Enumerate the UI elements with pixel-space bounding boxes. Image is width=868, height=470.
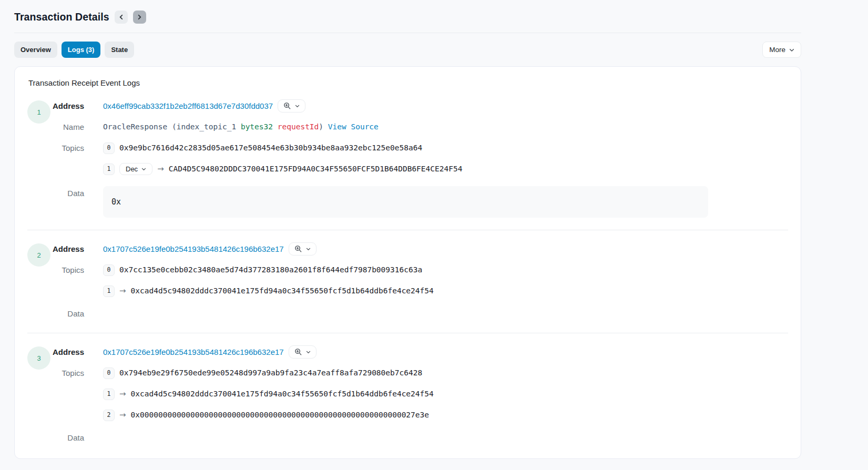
log-data-value: 0x	[103, 186, 708, 218]
event-signature: OracleResponse (index_topic_1 bytes32 re…	[103, 120, 379, 134]
log-index-badge: 1	[27, 100, 50, 124]
topic-index-badge: 1	[103, 164, 115, 175]
tab-state[interactable]: State	[105, 42, 134, 58]
topic-value: 0x9e9bc7616d42c2835d05ae617e508454e63b30…	[119, 141, 422, 155]
log-divider	[27, 230, 788, 230]
topic-index-badge: 2	[103, 410, 115, 421]
chevron-down-icon	[141, 167, 146, 171]
magnifier-plus-icon	[283, 102, 291, 110]
topic-value: 0xcad4d5c94802dddc370041e175fd94a0c34f55…	[131, 387, 434, 401]
topics-row: 1 → 0xcad4d5c94802dddc370041e175fd94a0c3…	[52, 387, 788, 401]
topic-index-badge: 1	[103, 389, 115, 400]
chevron-down-icon	[295, 104, 300, 108]
topic-value: 0xcad4d5c94802dddc370041e175fd94a0c34f55…	[131, 284, 434, 298]
address-zoom-dropdown-button[interactable]	[289, 242, 316, 256]
arrow-right-icon: →	[119, 284, 126, 298]
topic-value: 0x00000000000000000000000000000000000000…	[131, 408, 429, 422]
page-title: Transaction Details	[14, 11, 109, 23]
address-zoom-dropdown-button[interactable]	[278, 99, 305, 113]
data-label: Data	[52, 306, 103, 321]
data-row: Data	[52, 306, 788, 321]
name-label: Name	[52, 120, 103, 134]
topics-row: Topics 0 0x9e9bc7616d42c2835d05ae617e508…	[52, 141, 788, 155]
topics-row: 2 → 0x0000000000000000000000000000000000…	[52, 408, 788, 422]
param-type: bytes32	[241, 122, 273, 131]
data-row: Data 0x	[52, 186, 788, 218]
address-label: Address	[52, 99, 103, 113]
chevron-down-icon	[306, 247, 311, 251]
topic-index-badge: 0	[103, 142, 115, 154]
topics-row: 1 → 0xcad4d5c94802dddc370041e175fd94a0c3…	[52, 284, 788, 298]
log-index-badge: 2	[27, 243, 50, 267]
arrow-right-icon: →	[119, 387, 126, 401]
topic-value: 0x7cc135e0cebb02c3480ae5d74d377283180a26…	[119, 263, 422, 277]
magnifier-plus-icon	[294, 348, 302, 356]
topic-value: 0x794eb9e29f6750ede99e05248d997a9ab9fa23…	[119, 366, 422, 380]
log-index-badge: 3	[27, 346, 50, 370]
address-label: Address	[52, 242, 103, 256]
chevron-right-icon	[137, 14, 142, 20]
topics-label: Topics	[52, 263, 103, 277]
address-row: Address 0x1707c526e19fe0b254193b5481426c…	[52, 242, 788, 256]
view-source-link[interactable]: View Source	[328, 122, 379, 131]
log-entry-1: 1 Address 0x46eff99cab332f1b2eb2ff6813d6…	[27, 99, 788, 218]
address-row: Address 0x46eff99cab332f1b2eb2ff6813d67e…	[52, 99, 788, 113]
event-logs-card: Transaction Receipt Event Logs 1 Address…	[14, 66, 801, 459]
address-link[interactable]: 0x1707c526e19fe0b254193b5481426c196b632e…	[103, 242, 284, 256]
topic-value: CAD4D5C94802DDDC370041E175FD94A0C34F5565…	[169, 162, 463, 176]
topics-label: Topics	[52, 366, 103, 380]
previous-transaction-button[interactable]	[115, 11, 128, 24]
address-zoom-dropdown-button[interactable]	[289, 345, 316, 359]
chevron-down-icon	[306, 350, 311, 354]
data-row: Data	[52, 431, 788, 445]
card-title: Transaction Receipt Event Logs	[28, 78, 788, 87]
tab-overview[interactable]: Overview	[14, 42, 57, 58]
topics-row: 1 Dec → CAD4D5C94802DDDC370041E175FD94A0…	[52, 162, 788, 176]
log-divider	[27, 333, 788, 333]
more-dropdown-button[interactable]: More	[762, 42, 801, 58]
address-link[interactable]: 0x1707c526e19fe0b254193b5481426c196b632e…	[103, 345, 284, 359]
address-label: Address	[52, 345, 103, 359]
tab-bar: Overview Logs (3) State More	[14, 42, 801, 58]
topic-index-badge: 0	[103, 264, 115, 276]
address-row: Address 0x1707c526e19fe0b254193b5481426c…	[52, 345, 788, 359]
topic-index-badge: 1	[103, 285, 115, 297]
data-label: Data	[52, 431, 103, 445]
topics-label: Topics	[52, 141, 103, 155]
magnifier-plus-icon	[294, 245, 302, 253]
address-link[interactable]: 0x46eff99cab332f1b2eb2ff6813d67e7d30fdd0…	[103, 99, 273, 113]
topic-index-badge: 0	[103, 367, 115, 379]
more-dropdown-label: More	[769, 46, 785, 54]
chevron-left-icon	[118, 14, 124, 20]
name-row: Name OracleResponse (index_topic_1 bytes…	[52, 120, 788, 134]
topic-format-dropdown[interactable]: Dec	[119, 163, 152, 175]
chevron-down-icon	[789, 47, 794, 53]
topics-row: Topics 0 0x7cc135e0cebb02c3480ae5d74d377…	[52, 263, 788, 277]
data-label: Data	[52, 186, 103, 200]
log-entry-2: 2 Address 0x1707c526e19fe0b254193b548142…	[27, 242, 788, 321]
topic-format-label: Dec	[126, 165, 138, 173]
arrow-right-icon: →	[157, 162, 164, 176]
next-transaction-button[interactable]	[133, 11, 146, 24]
page-header: Transaction Details	[14, 6, 801, 33]
param-name: requestId	[278, 122, 319, 131]
tab-logs[interactable]: Logs (3)	[62, 42, 101, 58]
log-entry-3: 3 Address 0x1707c526e19fe0b254193b548142…	[27, 345, 788, 445]
arrow-right-icon: →	[119, 408, 126, 422]
topics-row: Topics 0 0x794eb9e29f6750ede99e05248d997…	[52, 366, 788, 380]
